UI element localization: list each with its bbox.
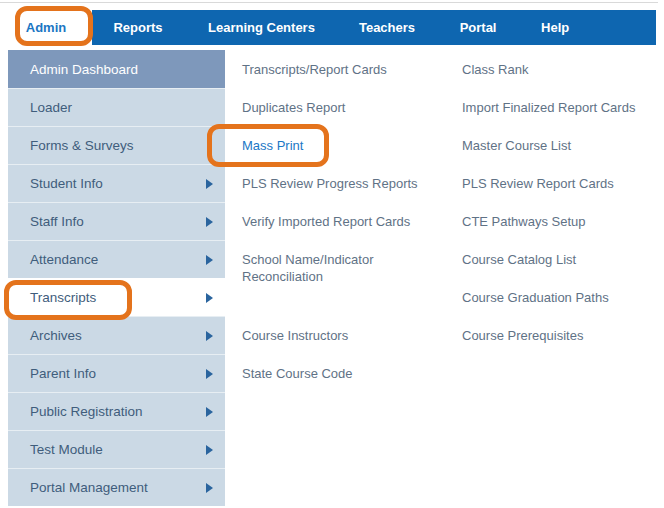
sidebar-item-student-info[interactable]: Student Info bbox=[8, 164, 225, 202]
submenu-item-transcripts-report-cards[interactable]: Transcripts/Report Cards bbox=[242, 61, 462, 99]
top-navigation-bar: Admin Reports Learning Centers Teachers … bbox=[0, 10, 656, 45]
chevron-right-icon bbox=[206, 445, 213, 455]
sidebar-item-label: Public Registration bbox=[30, 404, 206, 419]
submenu-item-duplicates-report[interactable]: Duplicates Report bbox=[242, 99, 462, 137]
sidebar-item-public-registration[interactable]: Public Registration bbox=[8, 392, 225, 430]
nav-bar-background: Reports Learning Centers Teachers Portal… bbox=[92, 10, 656, 45]
nav-tab-reports[interactable]: Reports bbox=[112, 20, 164, 35]
submenu-item-verify-imported-report-cards[interactable]: Verify Imported Report Cards bbox=[242, 213, 462, 251]
nav-tab-help[interactable]: Help bbox=[541, 20, 569, 35]
transcripts-flyout-menu: Transcripts/Report Cards Class Rank Dupl… bbox=[225, 45, 657, 403]
submenu-cell-empty bbox=[242, 289, 462, 327]
nav-tab-teachers[interactable]: Teachers bbox=[359, 20, 415, 35]
submenu-item-course-instructors[interactable]: Course Instructors bbox=[242, 327, 462, 365]
submenu-item-master-course-list[interactable]: Master Course List bbox=[462, 137, 662, 175]
sidebar-item-forms-surveys[interactable]: Forms & Surveys bbox=[8, 126, 225, 164]
submenu-row: State Course Code bbox=[242, 365, 657, 403]
sidebar-item-test-module[interactable]: Test Module bbox=[8, 430, 225, 468]
submenu-row: Transcripts/Report Cards Class Rank bbox=[242, 61, 657, 99]
submenu-row: Duplicates Report Import Finalized Repor… bbox=[242, 99, 657, 137]
submenu-row: Course Instructors Course Prerequisites bbox=[242, 327, 657, 365]
submenu-item-cte-pathways-setup[interactable]: CTE Pathways Setup bbox=[462, 213, 662, 251]
sidebar-item-label: Attendance bbox=[30, 252, 206, 267]
submenu-item-state-course-code[interactable]: State Course Code bbox=[242, 365, 462, 403]
sidebar-item-label: Portal Management bbox=[30, 480, 206, 495]
chevron-right-icon bbox=[206, 293, 213, 303]
sidebar-item-label: Parent Info bbox=[30, 366, 206, 381]
sidebar-item-portal-management[interactable]: Portal Management bbox=[8, 468, 225, 506]
sidebar-item-label: Staff Info bbox=[30, 214, 206, 229]
submenu-item-pls-review-progress-reports[interactable]: PLS Review Progress Reports bbox=[242, 175, 462, 213]
sidebar-item-attendance[interactable]: Attendance bbox=[8, 240, 225, 278]
sidebar-item-label: Loader bbox=[30, 100, 213, 115]
admin-dropdown-menu: Admin Dashboard Loader Forms & Surveys S… bbox=[8, 50, 225, 506]
sidebar-item-label: Forms & Surveys bbox=[30, 138, 213, 153]
chevron-right-icon bbox=[206, 369, 213, 379]
sidebar-item-label: Test Module bbox=[30, 442, 206, 457]
submenu-item-course-catalog-list[interactable]: Course Catalog List bbox=[462, 251, 662, 289]
submenu-row: Verify Imported Report Cards CTE Pathway… bbox=[242, 213, 657, 251]
submenu-item-course-graduation-paths[interactable]: Course Graduation Paths bbox=[462, 289, 662, 327]
sidebar-item-label: Archives bbox=[30, 328, 206, 343]
submenu-item-mass-print[interactable]: Mass Print bbox=[242, 137, 462, 175]
sidebar-item-staff-info[interactable]: Staff Info bbox=[8, 202, 225, 240]
sidebar-item-label: Student Info bbox=[30, 176, 206, 191]
nav-tab-portal[interactable]: Portal bbox=[459, 20, 497, 35]
submenu-row: Mass Print Master Course List bbox=[242, 137, 657, 175]
nav-tab-learning-centers[interactable]: Learning Centers bbox=[208, 20, 315, 35]
nav-tab-admin-label: Admin bbox=[26, 20, 66, 35]
sidebar-item-label: Admin Dashboard bbox=[30, 62, 213, 77]
chevron-right-icon bbox=[206, 407, 213, 417]
chevron-right-icon bbox=[206, 179, 213, 189]
sidebar-item-admin-dashboard[interactable]: Admin Dashboard bbox=[8, 50, 225, 88]
submenu-item-pls-review-report-cards[interactable]: PLS Review Report Cards bbox=[462, 175, 662, 213]
sidebar-item-label: Transcripts bbox=[30, 290, 206, 305]
chevron-right-icon bbox=[206, 483, 213, 493]
submenu-row: Course Graduation Paths bbox=[242, 289, 657, 327]
nav-tab-admin[interactable]: Admin bbox=[0, 10, 92, 45]
submenu-item-course-prerequisites[interactable]: Course Prerequisites bbox=[462, 327, 662, 365]
submenu-item-school-name-indicator-reconciliation[interactable]: School Name/Indicator Reconciliation bbox=[242, 251, 462, 289]
submenu-item-import-finalized-report-cards[interactable]: Import Finalized Report Cards bbox=[462, 99, 662, 137]
sidebar-item-parent-info[interactable]: Parent Info bbox=[8, 354, 225, 392]
submenu-cell-empty bbox=[462, 365, 662, 403]
submenu-row: School Name/Indicator Reconciliation Cou… bbox=[242, 251, 657, 289]
chevron-right-icon bbox=[206, 331, 213, 341]
submenu-item-class-rank[interactable]: Class Rank bbox=[462, 61, 662, 99]
sidebar-item-transcripts[interactable]: Transcripts bbox=[8, 278, 225, 316]
sidebar-item-archives[interactable]: Archives bbox=[8, 316, 225, 354]
sidebar-item-loader[interactable]: Loader bbox=[8, 88, 225, 126]
chevron-right-icon bbox=[206, 217, 213, 227]
chevron-right-icon bbox=[206, 255, 213, 265]
page-top-divider bbox=[0, 2, 658, 3]
submenu-row: PLS Review Progress Reports PLS Review R… bbox=[242, 175, 657, 213]
